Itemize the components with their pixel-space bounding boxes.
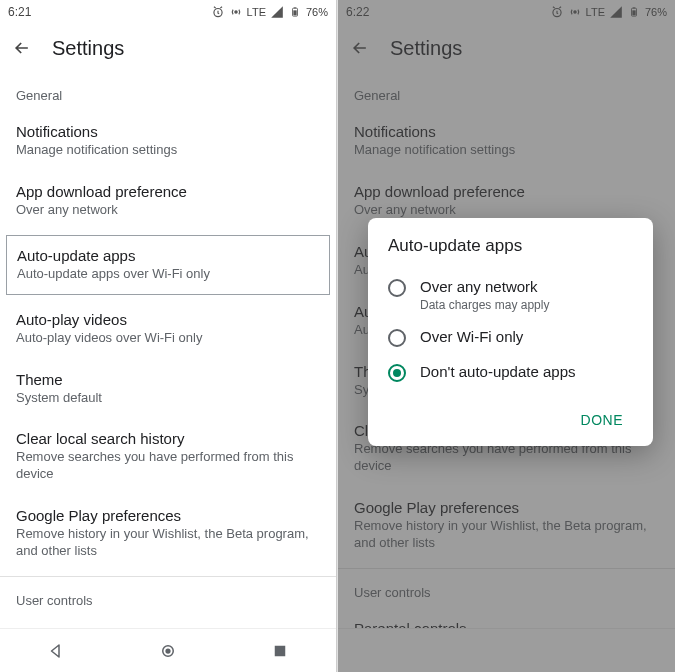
item-auto-update[interactable]: Auto-update apps Auto-update apps over W… bbox=[6, 235, 330, 295]
svg-rect-7 bbox=[275, 645, 286, 656]
signal-icon bbox=[270, 5, 284, 19]
back-icon[interactable] bbox=[12, 38, 32, 58]
item-title: Auto-play videos bbox=[16, 311, 320, 328]
svg-point-6 bbox=[165, 648, 170, 653]
screen-settings: 6:21 LTE 76% Settings General Noti bbox=[0, 0, 337, 672]
settings-content: General Notifications Manage notificatio… bbox=[0, 72, 336, 628]
battery-icon bbox=[288, 5, 302, 19]
radio-icon bbox=[388, 329, 406, 347]
item-title: Theme bbox=[16, 371, 320, 388]
hotspot-icon bbox=[229, 5, 243, 19]
alarm-icon bbox=[211, 5, 225, 19]
item-subtitle: Auto-update apps over Wi-Fi only bbox=[17, 266, 319, 283]
item-parental-controls[interactable]: Parental controls Off bbox=[0, 616, 336, 628]
radio-label: Don't auto-update apps bbox=[420, 363, 575, 381]
screen-settings-dialog: 6:22 LTE 76% Settings General Notifi bbox=[338, 0, 675, 672]
item-title: Notifications bbox=[16, 123, 320, 140]
radio-icon bbox=[388, 364, 406, 382]
page-title: Settings bbox=[52, 37, 124, 60]
radio-over-wifi-only[interactable]: Over Wi-Fi only bbox=[388, 320, 633, 355]
radio-label: Over Wi-Fi only bbox=[420, 328, 523, 346]
item-subtitle: Auto-play videos over Wi-Fi only bbox=[16, 330, 320, 347]
section-general-header: General bbox=[0, 72, 336, 111]
item-autoplay[interactable]: Auto-play videos Auto-play videos over W… bbox=[0, 299, 336, 359]
status-time: 6:21 bbox=[8, 5, 31, 19]
dialog-title: Auto-update apps bbox=[388, 236, 633, 256]
item-google-play-prefs[interactable]: Google Play preferences Remove history i… bbox=[0, 495, 336, 572]
item-subtitle: System default bbox=[16, 390, 320, 407]
done-button[interactable]: DONE bbox=[571, 404, 633, 436]
app-bar: Settings bbox=[0, 24, 336, 72]
status-bar: 6:21 LTE 76% bbox=[0, 0, 336, 24]
dialog-actions: DONE bbox=[388, 404, 633, 436]
item-theme[interactable]: Theme System default bbox=[0, 359, 336, 419]
svg-point-1 bbox=[234, 11, 236, 13]
auto-update-dialog: Auto-update apps Over any network Data c… bbox=[368, 218, 653, 446]
item-title: App download preference bbox=[16, 183, 320, 200]
status-network: LTE bbox=[247, 6, 266, 18]
item-download-pref[interactable]: App download preference Over any network bbox=[0, 171, 336, 231]
item-title: Clear local search history bbox=[16, 430, 320, 447]
radio-over-any-network[interactable]: Over any network Data charges may apply bbox=[388, 270, 633, 320]
nav-back-icon[interactable] bbox=[47, 642, 65, 660]
radio-sublabel: Data charges may apply bbox=[420, 298, 549, 312]
item-title: Google Play preferences bbox=[16, 507, 320, 524]
nav-home-icon[interactable] bbox=[159, 642, 177, 660]
nav-recents-icon[interactable] bbox=[271, 642, 289, 660]
radio-label: Over any network bbox=[420, 278, 549, 296]
svg-rect-3 bbox=[294, 7, 297, 8]
item-notifications[interactable]: Notifications Manage notification settin… bbox=[0, 111, 336, 171]
status-battery: 76% bbox=[306, 6, 328, 18]
item-clear-history[interactable]: Clear local search history Remove search… bbox=[0, 418, 336, 495]
radio-dont-auto-update[interactable]: Don't auto-update apps bbox=[388, 355, 633, 390]
item-title: Auto-update apps bbox=[17, 247, 319, 264]
item-subtitle: Remove searches you have performed from … bbox=[16, 449, 320, 483]
nav-bar bbox=[0, 628, 336, 672]
item-subtitle: Remove history in your Wishlist, the Bet… bbox=[16, 526, 320, 560]
item-subtitle: Over any network bbox=[16, 202, 320, 219]
svg-rect-4 bbox=[293, 10, 296, 15]
section-user-controls-header: User controls bbox=[0, 577, 336, 616]
item-subtitle: Manage notification settings bbox=[16, 142, 320, 159]
radio-icon bbox=[388, 279, 406, 297]
